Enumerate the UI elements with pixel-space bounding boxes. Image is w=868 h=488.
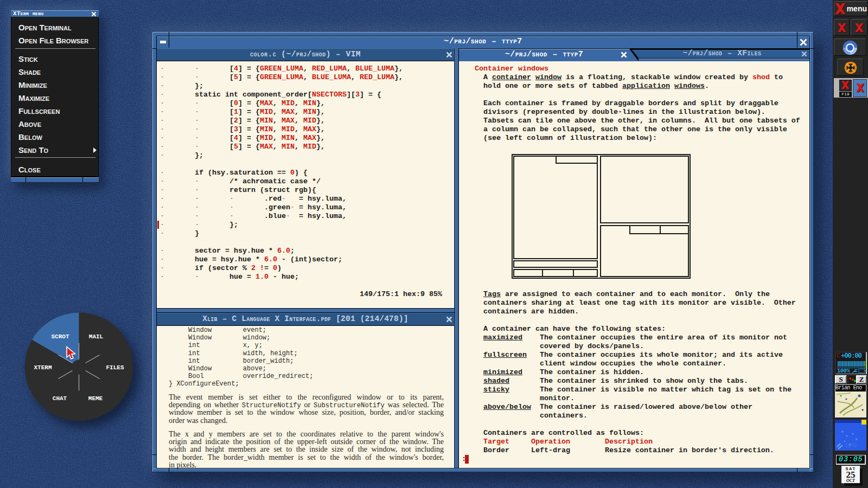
svg-text:10%: 10% [845, 442, 857, 448]
